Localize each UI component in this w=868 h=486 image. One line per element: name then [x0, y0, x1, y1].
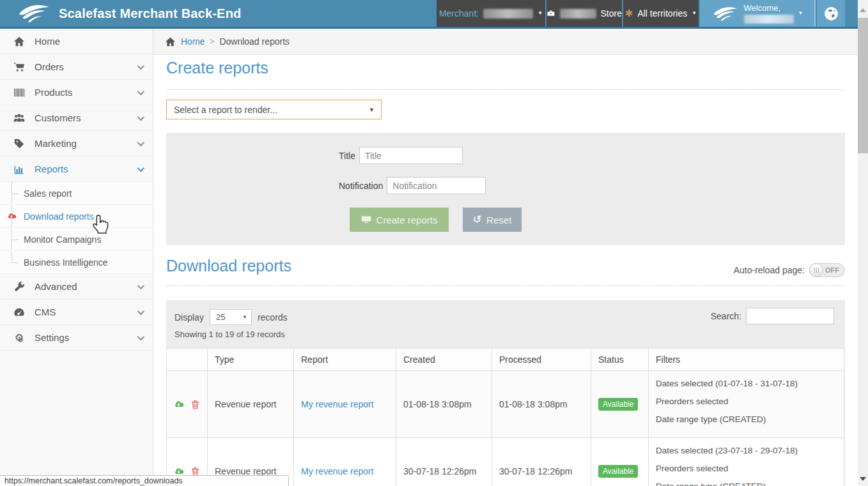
monitor-icon [361, 215, 371, 224]
chevron-down-icon: ▼ [798, 11, 803, 16]
sidebar-item-label: CMS [35, 307, 56, 317]
home-icon [165, 36, 176, 47]
sidebar-subitem-label: Business Intelligence [24, 257, 108, 268]
sidebar-item-marketing[interactable]: Marketing [0, 131, 153, 156]
scalefast-logo-icon [17, 3, 51, 24]
col-type: Type [208, 349, 294, 370]
cloud-download-icon [6, 211, 17, 222]
chevron-down-icon [137, 333, 144, 340]
filter-line: Dates selected (01-07-18 - 31-07-18) [656, 379, 839, 388]
sidebar-item-label: Products [35, 87, 72, 98]
cell-processed: 30-07-18 12:26pm [492, 438, 591, 486]
select-caret-icon: ▼ [369, 107, 375, 113]
col-status: Status [591, 349, 649, 370]
breadcrumb-home-link[interactable]: Home [181, 36, 205, 47]
reports-submenu: Sales report Download reports Monitor Ca… [0, 182, 153, 274]
download-reports-title: Download reports [166, 257, 291, 275]
sidebar-item-products[interactable]: Products [0, 80, 153, 105]
chevron-down-icon [137, 307, 144, 314]
sidebar-item-sales-report[interactable]: Sales report [0, 182, 153, 205]
redacted-user-name [744, 15, 794, 24]
filter-line: Preorders selected [656, 397, 839, 406]
scrollbar-thumb[interactable] [858, 18, 868, 153]
undo-icon: ↺ [473, 215, 481, 225]
auto-reload-toggle[interactable]: OFF [809, 263, 845, 277]
store-indicator[interactable]: Store [546, 0, 622, 27]
title-label: Title [339, 151, 355, 161]
reset-button[interactable]: ↺ Reset [463, 208, 522, 232]
report-type-select[interactable]: Select a report to render... ▼ [166, 100, 382, 119]
sidebar-item-reports[interactable]: Reports [0, 156, 153, 182]
search-input[interactable] [746, 308, 834, 324]
create-reports-title: Create reports [166, 59, 268, 77]
report-link[interactable]: My revenue report [301, 466, 374, 476]
divider [166, 89, 845, 90]
sidebar-item-home[interactable]: Home [0, 29, 153, 54]
display-label: Display [174, 312, 204, 323]
sidebar-item-advanced[interactable]: Advanced [0, 274, 153, 300]
sidebar-item-label: Advanced [35, 281, 77, 292]
merchant-selector[interactable]: Merchant: ▼ [437, 0, 545, 27]
cell-created: 30-07-18 12:26pm [396, 438, 492, 486]
brand: Scalefast Merchant Back-End [17, 0, 242, 27]
filter-line: Date range type (CREATED) [656, 482, 839, 486]
sidebar-subitem-label: Download reports [24, 211, 94, 222]
sidebar-item-business-intelligence[interactable]: Business Intelligence [0, 251, 153, 274]
sidebar-item-customers[interactable]: Customers [0, 105, 153, 131]
breadcrumb-separator: > [210, 37, 214, 46]
bar-chart-icon [12, 163, 27, 175]
delete-report-icon[interactable] [190, 399, 201, 410]
language-button[interactable] [817, 0, 845, 27]
col-created: Created [396, 349, 492, 370]
auto-reload-label: Auto-reload page: [734, 265, 805, 275]
report-link[interactable]: My revenue report [301, 399, 374, 409]
cell-type: Revenue report [208, 371, 294, 437]
cell-filters: Dates selected (01-07-18 - 31-07-18) Pre… [649, 371, 844, 437]
sidebar-item-label: Home [35, 36, 60, 47]
col-report: Report [294, 349, 396, 370]
chevron-down-icon [137, 113, 144, 120]
page-size-select[interactable]: 25 ▼ [210, 309, 252, 325]
download-report-icon[interactable] [173, 399, 184, 410]
chevron-down-icon [137, 282, 144, 289]
territory-icon: ✱ [625, 8, 633, 19]
notification-label: Notification [339, 181, 383, 191]
chevron-down-icon [137, 139, 144, 146]
sidebar-item-download-reports[interactable]: Download reports [0, 205, 153, 228]
cell-processed: 01-08-18 3:08pm [492, 371, 591, 437]
wrench-icon [12, 281, 27, 292]
create-reports-button[interactable]: Create reports [350, 208, 449, 232]
vertical-scrollbar[interactable] [858, 0, 868, 486]
sidebar-item-monitor-campaigns[interactable]: Monitor Campaigns [0, 228, 153, 251]
breadcrumb-current: Download reports [219, 36, 290, 47]
col-filters: Filters [649, 349, 844, 370]
filter-line: Dates selected (23-07-18 - 29-07-18) [656, 446, 839, 455]
sidebar-subitem-label: Sales report [24, 188, 72, 199]
search-label: Search: [711, 311, 741, 321]
title-field[interactable] [359, 147, 463, 164]
welcome-label: Welcome, [744, 3, 781, 13]
sidebar-item-settings[interactable]: ⚙⚙ Settings [0, 325, 153, 351]
sidebar-item-label: Marketing [35, 138, 77, 149]
territories-label: All territories [637, 8, 687, 19]
barcode-icon [12, 87, 27, 98]
gauge-icon [12, 307, 27, 318]
user-menu[interactable]: Welcome, ▼ [700, 0, 816, 27]
users-icon [12, 112, 27, 124]
status-badge: Available [598, 465, 638, 478]
gears-icon: ⚙⚙ [12, 333, 27, 343]
merchant-label: Merchant: [439, 8, 479, 19]
notification-field[interactable] [387, 177, 486, 194]
scrollbar-up-arrow[interactable] [860, 8, 866, 12]
select-caret-icon: ▼ [242, 314, 247, 320]
scrollbar-down-arrow[interactable] [860, 477, 866, 481]
create-button-label: Create reports [376, 215, 438, 225]
territory-selector[interactable]: ✱ All territories ▼ [623, 0, 699, 27]
reports-table: Type Report Created Processed Status Fil… [166, 348, 844, 486]
sidebar-item-orders[interactable]: Orders [0, 54, 153, 80]
sidebar-item-cms[interactable]: CMS [0, 300, 153, 325]
store-label: Store [601, 8, 622, 19]
chevron-down-icon [137, 62, 144, 69]
tag-icon [12, 138, 27, 149]
records-summary: Showing 1 to 19 of 19 records [174, 330, 285, 339]
